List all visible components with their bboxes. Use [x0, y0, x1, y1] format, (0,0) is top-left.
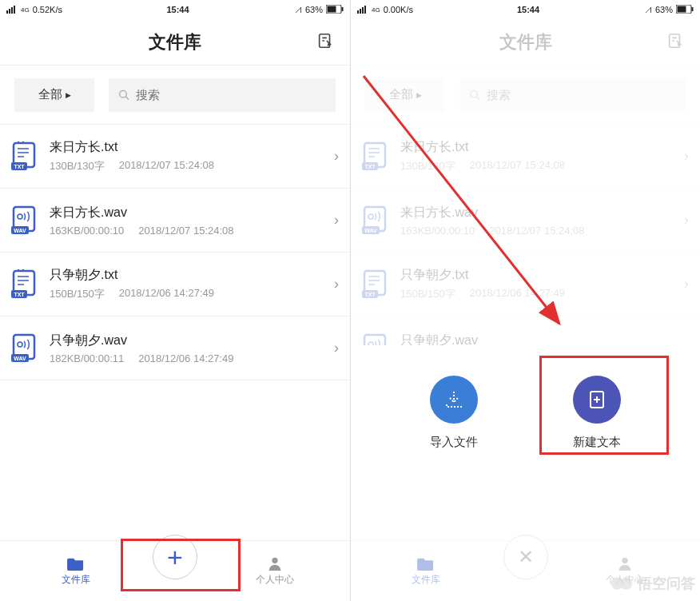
- svg-rect-26: [362, 7, 364, 14]
- svg-rect-24: [357, 10, 359, 14]
- nav-profile[interactable]: 个人中心: [199, 555, 350, 587]
- svg-rect-6: [342, 7, 344, 11]
- wav-file-icon: WAV: [11, 333, 38, 364]
- new-text-icon: [573, 376, 621, 424]
- filter-all-button[interactable]: 全部 ▶: [14, 78, 94, 112]
- new-text-button[interactable]: 新建文本: [573, 376, 621, 450]
- signal-icon: [6, 4, 18, 15]
- close-icon: ✕: [518, 546, 534, 568]
- file-info: 只争朝夕.wav 182KB/00:00:112018/12/06 14:27:…: [50, 332, 323, 364]
- action-popup: 导入文件 新建文本: [351, 345, 700, 480]
- svg-point-13: [18, 214, 22, 219]
- signal-icon: [357, 4, 368, 15]
- edit-icon[interactable]: [316, 32, 334, 53]
- txt-file-icon: TXT: [11, 269, 38, 300]
- file-item[interactable]: TXT 来日方长.txt 130B/130字2018/12/07 15:24:0…: [0, 125, 350, 189]
- svg-text:TXT: TXT: [14, 291, 25, 297]
- file-date: 2018/12/06 14:27:49: [119, 287, 214, 301]
- folder-icon: [67, 555, 85, 571]
- svg-rect-29: [678, 6, 686, 12]
- svg-rect-25: [360, 9, 361, 14]
- plus-icon: +: [167, 543, 183, 571]
- svg-rect-0: [6, 10, 8, 14]
- svg-rect-1: [9, 9, 10, 14]
- mute-icon: ⩘: [293, 5, 302, 14]
- watermark-icon: [611, 576, 633, 591]
- status-time: 15:44: [166, 5, 189, 14]
- svg-point-51: [620, 577, 632, 589]
- svg-rect-5: [328, 6, 336, 12]
- file-list: TXT 来日方长.txt 130B/130字2018/12/07 15:24:0…: [0, 125, 350, 540]
- svg-point-23: [272, 558, 277, 563]
- search-box[interactable]: [109, 78, 336, 112]
- file-item[interactable]: TXT 只争朝夕.txt 150B/150字2018/12/06 14:27:4…: [0, 253, 350, 316]
- import-icon: [430, 376, 478, 424]
- svg-text:TXT: TXT: [14, 163, 25, 169]
- filter-bar: 全部 ▶: [0, 66, 350, 125]
- nav-label: 文件库: [412, 573, 440, 587]
- chevron-right-icon: ›: [334, 212, 339, 229]
- file-info: 来日方长.wav 163KB/00:00:102018/12/07 15:24:…: [50, 205, 323, 237]
- txt-file-icon: TXT: [11, 141, 38, 172]
- signal-label: 4G: [21, 6, 30, 14]
- battery-percent: 63%: [305, 5, 323, 14]
- svg-point-20: [18, 342, 22, 347]
- search-icon: [118, 89, 129, 101]
- file-item[interactable]: WAV 只争朝夕.wav 182KB/00:00:112018/12/06 14…: [0, 316, 350, 380]
- file-size: 130B/130字: [50, 159, 105, 173]
- person-icon: [616, 555, 634, 571]
- file-info: 来日方长.txt 130B/130字2018/12/07 15:24:08: [50, 139, 323, 173]
- action-label: 新建文本: [573, 435, 621, 450]
- network-speed: 0.52K/s: [33, 5, 62, 14]
- nav-label: 文件库: [62, 573, 90, 587]
- person-icon: [266, 555, 284, 571]
- signal-label: 4G: [372, 6, 380, 14]
- fab-close-button[interactable]: ✕: [503, 535, 548, 579]
- svg-point-48: [622, 558, 627, 563]
- file-size: 163KB/00:00:10: [50, 225, 124, 237]
- svg-point-8: [120, 90, 127, 98]
- svg-text:WAV: WAV: [14, 355, 26, 360]
- page-title: 文件库: [149, 30, 201, 54]
- file-name: 来日方长.wav: [50, 205, 323, 221]
- watermark: 悟空问答: [611, 574, 695, 593]
- chevron-right-icon: ›: [334, 148, 339, 165]
- svg-rect-3: [14, 6, 15, 14]
- watermark-text: 悟空问答: [638, 574, 695, 593]
- file-date: 2018/12/07 15:24:08: [138, 225, 233, 237]
- nav-label: 个人中心: [256, 573, 294, 587]
- status-bar: 4G 0.00K/s 15:44 ⩘ 63%: [351, 0, 700, 19]
- network-speed: 0.00K/s: [384, 5, 413, 14]
- fab-add-button[interactable]: +: [153, 535, 197, 579]
- svg-rect-30: [692, 7, 694, 11]
- page-header: 文件库: [0, 19, 350, 66]
- file-size: 182KB/00:00:11: [50, 352, 124, 364]
- svg-rect-27: [364, 6, 366, 14]
- action-label: 导入文件: [430, 435, 478, 450]
- import-file-button[interactable]: 导入文件: [430, 376, 478, 450]
- file-name: 只争朝夕.txt: [50, 267, 323, 284]
- nav-file-lib[interactable]: 文件库: [0, 555, 151, 587]
- file-date: 2018/12/06 14:27:49: [138, 352, 233, 364]
- battery-icon: [326, 5, 344, 15]
- svg-rect-2: [11, 7, 13, 14]
- battery-icon: [676, 5, 694, 15]
- status-bar: 4G 0.52K/s 15:44 ⩘ 63%: [0, 0, 350, 19]
- nav-file-lib[interactable]: 文件库: [351, 555, 502, 587]
- file-date: 2018/12/07 15:24:08: [119, 159, 214, 173]
- search-input[interactable]: [136, 88, 326, 101]
- chevron-right-icon: ›: [334, 276, 339, 293]
- file-name: 来日方长.txt: [50, 139, 323, 156]
- bottom-nav: 文件库 个人中心 +: [0, 540, 350, 601]
- file-name: 只争朝夕.wav: [50, 332, 323, 349]
- right-screen: 4G 0.00K/s 15:44 ⩘ 63% 文件库 全部 ▶: [350, 0, 700, 601]
- svg-text:WAV: WAV: [14, 227, 26, 233]
- folder-icon: [417, 555, 435, 571]
- battery-percent: 63%: [655, 5, 673, 14]
- file-item[interactable]: WAV 来日方长.wav 163KB/00:00:102018/12/07 15…: [0, 189, 350, 253]
- triangle-icon: ▶: [66, 91, 71, 99]
- mute-icon: ⩘: [643, 5, 652, 14]
- status-time: 15:44: [517, 5, 539, 14]
- chevron-right-icon: ›: [334, 340, 339, 356]
- left-screen: 4G 0.52K/s 15:44 ⩘ 63% 文件库 全部 ▶ TXT 来日方长…: [0, 0, 350, 601]
